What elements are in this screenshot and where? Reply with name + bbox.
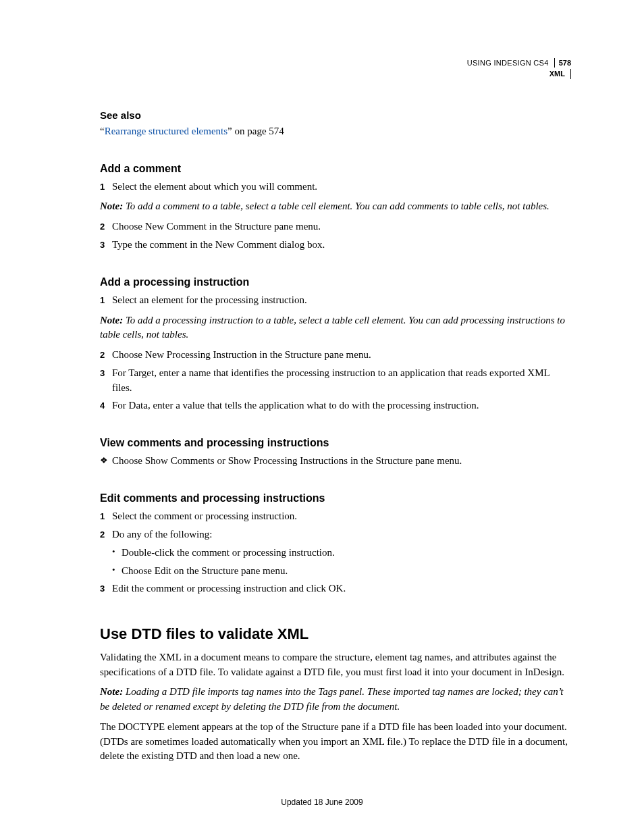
sub-bullet-row: • Double-click the comment or processing… <box>112 546 571 561</box>
step-text: Choose New Processing Instruction in the… <box>112 348 571 363</box>
step-number: 3 <box>100 238 112 253</box>
dtd-para-2: The DOCTYPE element appears at the top o… <box>100 720 571 764</box>
quote-close: ” <box>227 126 232 136</box>
step-number: 1 <box>100 293 112 308</box>
page-ref: on page 574 <box>232 126 284 136</box>
step-number: 1 <box>100 509 112 524</box>
step-text: Select the comment or processing instruc… <box>112 509 571 524</box>
use-dtd-heading: Use DTD files to validate XML <box>100 623 571 645</box>
step-text: Do any of the following: <box>112 527 571 542</box>
dot-bullet-icon: • <box>112 546 122 561</box>
sub-bullet-row: • Choose Edit on the Structure pane menu… <box>112 564 571 579</box>
dtd-para-1: Validating the XML in a document means t… <box>100 650 571 680</box>
rearrange-elements-link[interactable]: Rearrange structured elements <box>105 126 227 136</box>
step-row: 2 Choose New Comment in the Structure pa… <box>100 219 571 234</box>
bullet-text: Choose Show Comments or Show Processing … <box>112 454 571 469</box>
step-number: 2 <box>100 348 112 363</box>
step-row: 1 Select an element for the processing i… <box>100 293 571 308</box>
note-label: Note: <box>100 315 123 325</box>
step-text: For Target, enter a name that identifies… <box>112 366 571 396</box>
step-number: 4 <box>100 398 112 413</box>
step-number: 2 <box>100 527 112 542</box>
note-label: Note: <box>100 201 123 211</box>
dot-bullet-icon: • <box>112 564 122 579</box>
footer-updated: Updated 18 June 2009 <box>0 797 644 808</box>
step-row: 2 Do any of the following: <box>100 527 571 542</box>
note-label: Note: <box>100 686 123 697</box>
step-number: 2 <box>100 219 112 234</box>
diamond-bullet-icon: ❖ <box>100 454 112 469</box>
note-block: Note: To add a comment to a table, selec… <box>100 199 571 214</box>
step-text: Choose New Comment in the Structure pane… <box>112 219 571 234</box>
note-text: Loading a DTD file imports tag names int… <box>100 686 563 712</box>
step-row: 2 Choose New Processing Instruction in t… <box>100 348 571 363</box>
note-text: To add a processing instruction to a tab… <box>100 315 565 340</box>
sub-bullet-text: Double-click the comment or processing i… <box>122 546 571 561</box>
step-number: 3 <box>100 366 112 396</box>
step-row: 3 Type the comment in the New Comment di… <box>100 238 571 253</box>
step-text: Select an element for the processing ins… <box>112 293 571 308</box>
header-chapter: XML <box>549 69 571 78</box>
see-also-heading: See also <box>100 108 571 123</box>
sub-bullet-text: Choose Edit on the Structure pane menu. <box>122 564 571 579</box>
step-number: 1 <box>100 180 112 194</box>
running-header: USING INDESIGN CS4578 XML <box>467 58 571 79</box>
step-row: 3 Edit the comment or processing instruc… <box>100 581 571 596</box>
see-also-xref: “Rearrange structured elements” on page … <box>100 124 571 139</box>
step-text: For Data, enter a value that tells the a… <box>112 398 571 413</box>
note-text: To add a comment to a table, select a ta… <box>123 201 549 211</box>
bullet-row: ❖ Choose Show Comments or Show Processin… <box>100 454 571 469</box>
note-block: Note: Loading a DTD file imports tag nam… <box>100 685 571 714</box>
header-book: USING INDESIGN CS4 <box>467 58 555 68</box>
step-text: Type the comment in the New Comment dial… <box>112 238 571 253</box>
step-row: 1 Select the comment or processing instr… <box>100 509 571 524</box>
note-block: Note: To add a processing instruction to… <box>100 313 571 343</box>
add-processing-instruction-heading: Add a processing instruction <box>100 274 571 290</box>
edit-comments-heading: Edit comments and processing instruction… <box>100 490 571 506</box>
step-row: 3 For Target, enter a name that identifi… <box>100 366 571 396</box>
step-number: 3 <box>100 581 112 596</box>
step-text: Edit the comment or processing instructi… <box>112 581 571 596</box>
page-number: 578 <box>555 59 571 67</box>
content-body: See also “Rearrange structured elements”… <box>100 108 571 764</box>
view-comments-heading: View comments and processing instruction… <box>100 435 571 450</box>
step-row: 1 Select the element about which you wil… <box>100 180 571 194</box>
quote-open: “ <box>100 126 105 136</box>
step-text: Select the element about which you will … <box>112 180 571 194</box>
step-row: 4 For Data, enter a value that tells the… <box>100 398 571 413</box>
page: USING INDESIGN CS4578 XML See also “Rear… <box>0 0 644 834</box>
add-comment-heading: Add a comment <box>100 161 571 176</box>
